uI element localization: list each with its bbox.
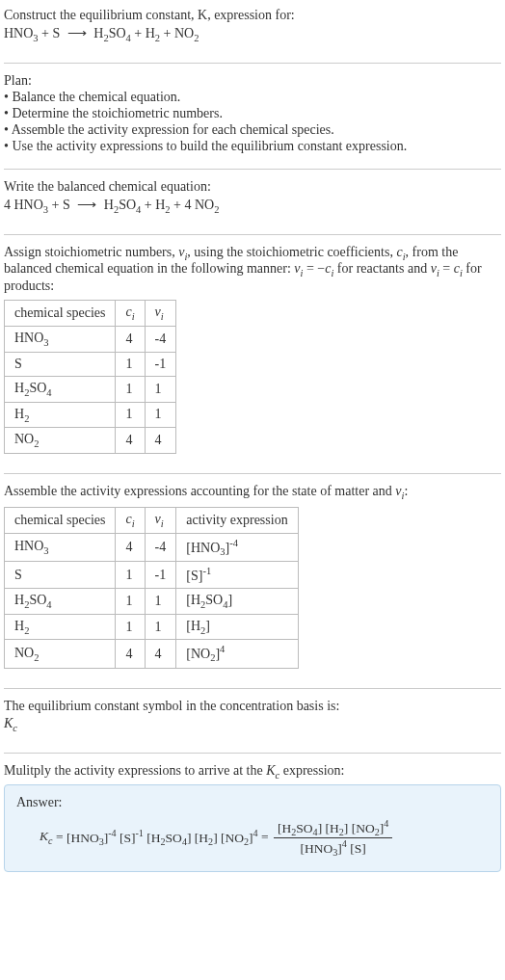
multiply-text: Mulitply the activity expressions to arr… bbox=[4, 763, 501, 781]
cell-activity: [H2] bbox=[176, 614, 298, 640]
plan-bullet: • Use the activity expressions to build … bbox=[4, 139, 501, 154]
divider bbox=[4, 63, 501, 64]
cell-ci: 1 bbox=[116, 614, 145, 640]
divider bbox=[4, 753, 501, 754]
th-ci: ci bbox=[116, 507, 145, 533]
symbol-section: The equilibrium constant symbol in the c… bbox=[4, 699, 501, 747]
cell-ci: 1 bbox=[116, 376, 145, 402]
activity-table: chemical species ci νi activity expressi… bbox=[4, 507, 299, 669]
table-row: H2 1 1 [H2] bbox=[5, 614, 299, 640]
cell-species: HNO3 bbox=[5, 326, 116, 352]
prompt-text: Construct the equilibrium constant, K, e… bbox=[4, 8, 295, 22]
table-row: S 1 -1 bbox=[5, 352, 176, 376]
fraction-numerator: [H2SO4] [H2] [NO2]4 bbox=[274, 818, 392, 838]
cell-species: H2SO4 bbox=[5, 588, 116, 614]
assign-section: Assign stoichiometric numbers, νi, using… bbox=[4, 245, 501, 468]
kc-symbol: Kc bbox=[4, 716, 501, 733]
reaction-balanced: 4 HNO3 + S ⟶ H2SO4 + H2 + 4 NO2 bbox=[4, 197, 501, 215]
th-vi: νi bbox=[145, 507, 176, 533]
th-vi: νi bbox=[145, 301, 176, 327]
fraction: [H2SO4] [H2] [NO2]4 [HNO3]4 [S] bbox=[274, 818, 392, 858]
divider bbox=[4, 473, 501, 474]
table-header-row: chemical species ci νi bbox=[5, 301, 176, 327]
answer-label: Answer: bbox=[16, 795, 489, 810]
cell-activity: [S]-1 bbox=[176, 562, 298, 589]
assign-text: Assign stoichiometric numbers, νi, using… bbox=[4, 245, 501, 295]
divider bbox=[4, 688, 501, 689]
cell-ci: 1 bbox=[116, 402, 145, 428]
table-row: H2SO4 1 1 [H2SO4] bbox=[5, 588, 299, 614]
cell-vi: 4 bbox=[145, 428, 176, 454]
table-row: NO2 4 4 [NO2]4 bbox=[5, 640, 299, 668]
kc-expression: Kc = [HNO3]-4 [S]-1 [H2SO4] [H2] [NO2]4 … bbox=[16, 818, 489, 858]
cell-ci: 1 bbox=[116, 562, 145, 589]
table-header-row: chemical species ci νi activity expressi… bbox=[5, 507, 299, 533]
th-species: chemical species bbox=[5, 301, 116, 327]
cell-ci: 4 bbox=[116, 326, 145, 352]
cell-species: S bbox=[5, 352, 116, 376]
cell-vi: 1 bbox=[145, 376, 176, 402]
cell-species: H2SO4 bbox=[5, 376, 116, 402]
cell-ci: 1 bbox=[116, 352, 145, 376]
cell-species: NO2 bbox=[5, 428, 116, 454]
cell-activity: [HNO3]-4 bbox=[176, 533, 298, 561]
table-row: S 1 -1 [S]-1 bbox=[5, 562, 299, 589]
divider bbox=[4, 234, 501, 235]
th-activity: activity expression bbox=[176, 507, 298, 533]
plan-bullet: • Assemble the activity expression for e… bbox=[4, 122, 501, 138]
cell-vi: 4 bbox=[145, 640, 176, 668]
cell-vi: -1 bbox=[145, 352, 176, 376]
answer-box: Answer: Kc = [HNO3]-4 [S]-1 [H2SO4] [H2]… bbox=[4, 784, 501, 872]
balance-section: Write the balanced chemical equation: 4 … bbox=[4, 179, 501, 228]
cell-ci: 4 bbox=[116, 428, 145, 454]
plan-bullet: • Balance the chemical equation. bbox=[4, 90, 501, 105]
multiply-section: Mulitply the activity expressions to arr… bbox=[4, 763, 501, 880]
cell-vi: 1 bbox=[145, 614, 176, 640]
plan-bullet: • Determine the stoichiometric numbers. bbox=[4, 106, 501, 121]
plan-section: Plan: • Balance the chemical equation. •… bbox=[4, 73, 501, 163]
cell-species: NO2 bbox=[5, 640, 116, 668]
table-row: NO2 4 4 bbox=[5, 428, 176, 454]
cell-activity: [H2SO4] bbox=[176, 588, 298, 614]
table-row: H2 1 1 bbox=[5, 402, 176, 428]
activity-section: Assemble the activity expressions accoun… bbox=[4, 484, 501, 682]
prompt-line1: Construct the equilibrium constant, K, e… bbox=[4, 8, 501, 23]
plan-title: Plan: bbox=[4, 73, 501, 89]
table-row: HNO3 4 -4 [HNO3]-4 bbox=[5, 533, 299, 561]
stoich-table: chemical species ci νi HNO3 4 -4 S 1 -1 … bbox=[4, 300, 176, 454]
reaction-unbalanced: HNO3 + S ⟶ H2SO4 + H2 + NO2 bbox=[4, 25, 501, 43]
symbol-text: The equilibrium constant symbol in the c… bbox=[4, 699, 501, 714]
table-row: H2SO4 1 1 bbox=[5, 376, 176, 402]
activity-text: Assemble the activity expressions accoun… bbox=[4, 484, 501, 501]
cell-species: HNO3 bbox=[5, 533, 116, 561]
cell-activity: [NO2]4 bbox=[176, 640, 298, 668]
cell-species: H2 bbox=[5, 614, 116, 640]
cell-vi: -4 bbox=[145, 533, 176, 561]
table-row: HNO3 4 -4 bbox=[5, 326, 176, 352]
cell-species: H2 bbox=[5, 402, 116, 428]
cell-ci: 4 bbox=[116, 640, 145, 668]
cell-vi: -4 bbox=[145, 326, 176, 352]
th-ci: ci bbox=[116, 301, 145, 327]
cell-species: S bbox=[5, 562, 116, 589]
cell-vi: 1 bbox=[145, 588, 176, 614]
cell-ci: 4 bbox=[116, 533, 145, 561]
cell-vi: -1 bbox=[145, 562, 176, 589]
fraction-denominator: [HNO3]4 [S] bbox=[274, 838, 392, 858]
cell-vi: 1 bbox=[145, 402, 176, 428]
balance-label: Write the balanced chemical equation: bbox=[4, 179, 501, 195]
prompt-section: Construct the equilibrium constant, K, e… bbox=[4, 8, 501, 57]
divider bbox=[4, 169, 501, 170]
cell-ci: 1 bbox=[116, 588, 145, 614]
th-species: chemical species bbox=[5, 507, 116, 533]
